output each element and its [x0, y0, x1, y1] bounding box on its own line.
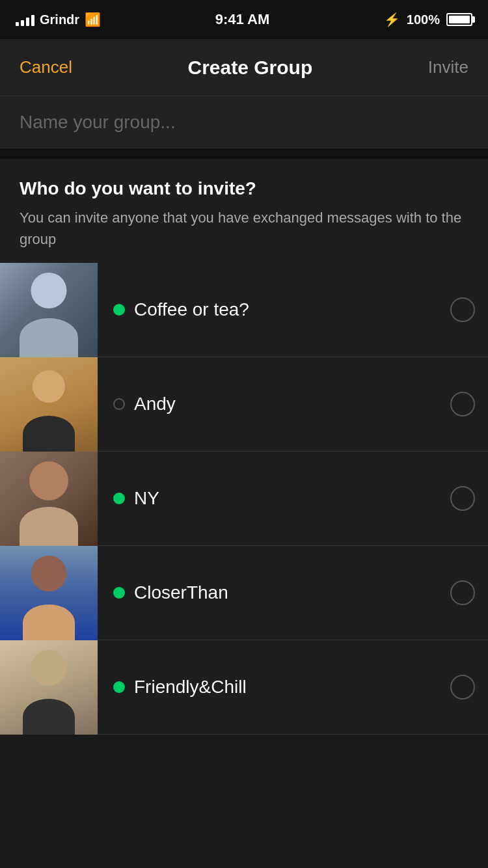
contact-info: CloserThan [98, 580, 475, 605]
select-circle[interactable] [450, 392, 475, 416]
status-left: Grindr 📶 [16, 12, 101, 27]
select-circle[interactable] [450, 297, 475, 322]
avatar [0, 452, 98, 546]
page-title: Create Group [188, 57, 313, 79]
invite-subtitle: You can invite anyone that you have exch… [20, 207, 468, 250]
online-indicator [113, 493, 125, 504]
list-item[interactable]: Andy [0, 357, 488, 452]
contact-name: NY [134, 488, 441, 509]
cancel-button[interactable]: Cancel [20, 57, 72, 77]
select-circle[interactable] [450, 675, 475, 699]
contact-name: Friendly&Chill [134, 677, 441, 698]
contact-info: Coffee or tea? [98, 297, 475, 322]
battery-icon [446, 13, 472, 26]
list-item[interactable]: Coffee or tea? [0, 263, 488, 357]
contact-name: Andy [134, 394, 441, 414]
invite-title: Who do you want to invite? [20, 178, 468, 199]
contact-list: Coffee or tea? Andy NY CloserThan [0, 263, 488, 735]
online-indicator [113, 304, 125, 316]
offline-indicator [113, 398, 125, 410]
contact-info: Friendly&Chill [98, 675, 475, 699]
avatar [0, 640, 98, 735]
status-time: 9:41 AM [215, 11, 270, 28]
battery-percentage: 100% [407, 12, 440, 27]
carrier-name: Grindr [40, 12, 79, 27]
group-name-input[interactable] [20, 112, 468, 133]
invite-section: Who do you want to invite? You can invit… [0, 159, 488, 263]
status-bar: Grindr 📶 9:41 AM ⚡ 100% [0, 0, 488, 39]
contact-info: NY [98, 486, 475, 511]
nav-bar: Cancel Create Group Invite [0, 39, 488, 96]
avatar [0, 263, 98, 357]
contact-name: CloserThan [134, 582, 441, 603]
contact-info: Andy [98, 392, 475, 416]
avatar [0, 546, 98, 640]
wifi-icon: 📶 [85, 12, 101, 27]
list-item[interactable]: Friendly&Chill [0, 640, 488, 735]
section-divider [0, 148, 488, 159]
status-right: ⚡ 100% [384, 12, 472, 27]
avatar [0, 357, 98, 452]
online-indicator [113, 587, 125, 599]
online-indicator [113, 681, 125, 693]
select-circle[interactable] [450, 486, 475, 511]
invite-button[interactable]: Invite [428, 57, 468, 77]
list-item[interactable]: NY [0, 452, 488, 546]
select-circle[interactable] [450, 580, 475, 605]
list-item[interactable]: CloserThan [0, 546, 488, 640]
signal-bars-icon [16, 13, 34, 26]
contact-name: Coffee or tea? [134, 299, 441, 320]
bluetooth-icon: ⚡ [384, 12, 400, 27]
group-name-section [0, 96, 488, 148]
